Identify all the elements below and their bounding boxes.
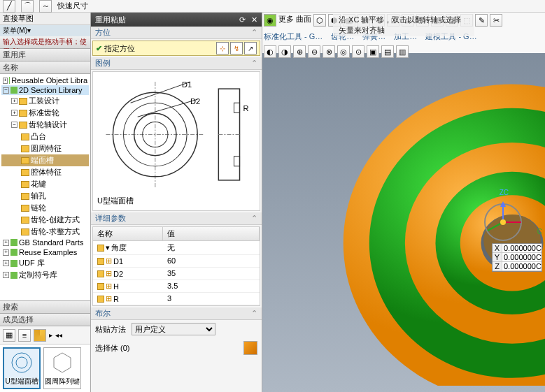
svg-rect-15: [234, 157, 239, 166]
diagram-svg: D1 D2 R: [96, 75, 257, 194]
chevron-up-icon: ⌃: [251, 59, 257, 68]
tree-root6[interactable]: +定制符号库: [1, 269, 89, 281]
line-icon[interactable]: ╱: [3, 0, 15, 13]
thumb2-icon: [50, 350, 75, 375]
vector-icon[interactable]: ↗: [244, 42, 257, 55]
hint-left: 输入选择或是拖动手柄；使用 Alt: [0, 36, 90, 49]
param-table: 名称值 ▾角度无 ⊞D160 ⊞D235 ⊞H3.5 ⊞R3: [92, 226, 260, 306]
tree-root5[interactable]: +UDF 库: [1, 257, 89, 269]
tree-root1[interactable]: +Reusable Object Libra: [1, 75, 89, 85]
paste-method-select[interactable]: 用户定义: [132, 323, 215, 335]
zc-label: ZC: [500, 189, 509, 196]
tool-icon[interactable]: ◑: [278, 45, 291, 58]
select-body-row[interactable]: 选择体 (0): [91, 338, 262, 358]
tree-c8[interactable]: 齿轮-创建方式: [1, 214, 89, 226]
svg-text:R: R: [243, 104, 249, 112]
spline-icon[interactable]: ～: [39, 0, 52, 13]
tree-c6[interactable]: 轴孔: [1, 190, 89, 202]
tool-icon[interactable]: ✂: [490, 14, 502, 27]
chevron-up-icon: ⌃: [251, 309, 257, 318]
menu-btn[interactable]: 菜单(M)▾: [0, 25, 90, 36]
specify-orient-row[interactable]: ✔ 指定方位 ⊹ ↯ ↗: [92, 41, 260, 56]
tree-c3-selected[interactable]: 端面槽: [1, 154, 89, 166]
tree-root3[interactable]: +GB Standard Parts: [1, 238, 89, 247]
tree-root4[interactable]: +Reuse Examples: [1, 247, 89, 257]
reuse-lib-head: 重用库: [0, 49, 90, 61]
tool-icon[interactable]: ▣: [367, 45, 379, 58]
param-row[interactable]: ⊞H3.5: [93, 280, 260, 293]
tree-c4[interactable]: 腔体特征: [1, 166, 89, 178]
thumb-2[interactable]: 圆周阵列键: [43, 347, 81, 389]
tree-root2[interactable]: −2D Section Library: [1, 85, 89, 95]
tool-icon[interactable]: ⬡: [313, 14, 326, 27]
lock-icon: [97, 296, 104, 303]
bool-method-row: 粘贴方法 用户定义: [91, 320, 262, 338]
viewport-hint: 沿 XC 轴平移，双击以翻转轴或选择矢量来对齐轴: [333, 14, 474, 36]
3d-viewport[interactable]: ◉ 更多 曲面 ⬡ ⬢ ▦ ⊞ ※ ⊡ ⊠ ⊟ ◧ ◨ ⬚ ✎ ✂ 标准化工具 …: [262, 13, 545, 392]
chevron-up-icon: ⌃: [251, 28, 257, 37]
search-bar: ▦ ≡ ▸ ◂◂: [0, 326, 90, 344]
search-section: 搜索 成员选择 ▦ ≡ ▸ ◂◂ U型端面槽 圆周阵列键: [0, 300, 90, 392]
axis-icon[interactable]: ↯: [230, 42, 243, 55]
tree-c2[interactable]: 圆周特征: [1, 143, 89, 154]
diagram-box: D1 D2 R U型端面槽: [92, 71, 260, 211]
bool-section-head[interactable]: 布尔⌃: [91, 307, 262, 320]
c-label: C: [537, 228, 542, 235]
svg-text:D2: D2: [190, 97, 200, 106]
members-head: 成员选择: [0, 314, 90, 326]
tree-c1[interactable]: 凸台: [1, 131, 89, 143]
tool-icon[interactable]: ◉: [264, 14, 276, 27]
tool-icon[interactable]: ◐: [264, 45, 276, 58]
close-icon[interactable]: ✕: [251, 15, 257, 24]
tool-icon[interactable]: ✎: [475, 14, 488, 27]
refresh-icon[interactable]: ⟳: [239, 15, 246, 24]
thumb1-icon: [9, 350, 34, 375]
tree-n2[interactable]: +标准齿轮: [1, 107, 89, 119]
svg-marker-2: [54, 353, 71, 372]
dialog-titlebar[interactable]: 重用粘贴 ⟳✕: [91, 13, 262, 27]
legend-section-head[interactable]: 图例⌃: [91, 57, 262, 70]
filter-icon[interactable]: [34, 329, 46, 342]
tree-c5[interactable]: 花键: [1, 178, 89, 190]
svg-point-0: [12, 353, 31, 372]
tree[interactable]: +Reusable Object Libra −2D Section Libra…: [0, 74, 90, 300]
csys-icon[interactable]: ⊹: [216, 42, 229, 55]
param-row[interactable]: ⊞R3: [93, 293, 260, 305]
coord-readout: X0.000000C Y0.000000C Z0.000000C: [492, 243, 542, 272]
reuse-paste-dialog: 重用粘贴 ⟳✕ 方位⌃ ✔ 指定方位 ⊹ ↯ ↗ 图例⌃ D1 D2: [91, 13, 262, 392]
tool-icon[interactable]: ⊙: [352, 45, 364, 58]
tool-icon[interactable]: ◎: [337, 45, 350, 58]
param-row[interactable]: ⊞D160: [93, 255, 260, 268]
sketch-label: 直接草图: [0, 13, 90, 25]
view-list-icon[interactable]: ≡: [18, 329, 31, 342]
tree-c9[interactable]: 齿轮-求整方式: [1, 226, 89, 238]
thumb-1[interactable]: U型端面槽: [3, 347, 41, 389]
search-head: 搜索: [0, 301, 90, 314]
svg-text:D1: D1: [182, 80, 192, 89]
lock-icon: [97, 245, 104, 252]
tree-n1[interactable]: +工装设计: [1, 95, 89, 107]
body-icon[interactable]: [243, 341, 257, 355]
tree-c7[interactable]: 链轮: [1, 202, 89, 214]
tool-icon[interactable]: ⊕: [293, 45, 306, 58]
lock-icon: [97, 258, 104, 265]
param-row[interactable]: ⊞D235: [93, 268, 260, 280]
chevron-up-icon: ⌃: [251, 214, 257, 223]
orient-section-head[interactable]: 方位⌃: [91, 27, 262, 39]
tool-icon[interactable]: ⊗: [323, 45, 335, 58]
tool-icon[interactable]: ▥: [396, 45, 409, 58]
lock-icon: [97, 270, 104, 277]
tool-icon[interactable]: ⊖: [308, 45, 320, 58]
arc-icon[interactable]: ⌒: [21, 0, 34, 13]
main-area: 直接草图 菜单(M)▾ 输入选择或是拖动手柄；使用 Alt 重用库 名称 +Re…: [0, 13, 545, 392]
quick-dim-label[interactable]: 快速尺寸: [57, 1, 88, 11]
lock-icon: [97, 283, 104, 290]
tree-n3[interactable]: −齿轮轴设计: [1, 119, 89, 131]
param-row[interactable]: ▾角度无: [93, 241, 260, 255]
tool-icon[interactable]: ▤: [381, 45, 394, 58]
dialog-title-text: 重用粘贴: [95, 15, 126, 25]
view-grid-icon[interactable]: ▦: [3, 329, 15, 342]
svg-rect-14: [234, 103, 239, 112]
triad-icon[interactable]: [482, 201, 524, 243]
params-section-head[interactable]: 详细参数⌃: [91, 212, 262, 225]
